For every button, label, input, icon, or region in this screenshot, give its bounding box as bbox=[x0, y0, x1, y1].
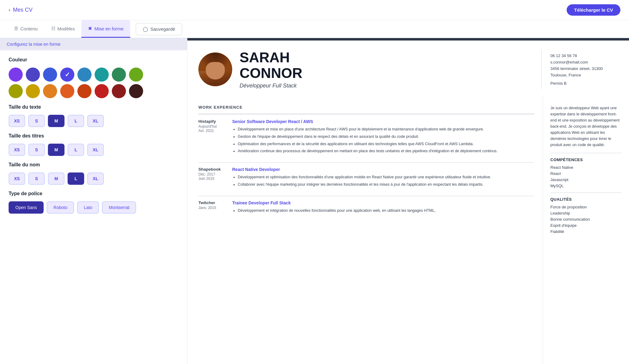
job-content-1: Senior Software Developer React / AWS Dé… bbox=[232, 119, 534, 156]
color-swatch-red[interactable] bbox=[95, 84, 109, 98]
qualites-title: QUALITÉS bbox=[550, 197, 622, 202]
color-swatch-green[interactable] bbox=[112, 68, 126, 82]
text-size-m[interactable]: M bbox=[48, 115, 64, 127]
color-swatch-gold[interactable] bbox=[26, 84, 40, 98]
side-divider-1 bbox=[550, 153, 622, 153]
job-entry-1: Histapify Aujourd'hui Avr. 2021 Senior S… bbox=[198, 119, 534, 156]
job-bullets-3: Développement et intégration de nouvelle… bbox=[232, 208, 534, 214]
name-size-s[interactable]: S bbox=[28, 172, 45, 185]
cv-city: Toulouse, France bbox=[550, 73, 618, 77]
bullet-1-3: Optimisation des performances et de la s… bbox=[238, 141, 534, 147]
color-swatch-blue[interactable] bbox=[77, 68, 92, 82]
cv-side: Je suis un développeur Web ayant une exp… bbox=[543, 96, 629, 364]
name-size-m[interactable]: M bbox=[48, 172, 64, 185]
color-swatch-orange-light[interactable] bbox=[43, 84, 57, 98]
color-swatch-indigo[interactable] bbox=[60, 68, 74, 82]
date-1: Aujourd'hui Avr. 2021 bbox=[198, 124, 226, 133]
color-swatch-indigo-dark[interactable] bbox=[26, 68, 40, 82]
bullet-3-1: Développement et intégration de nouvelle… bbox=[238, 208, 534, 214]
name-size-row: XS S M L XL bbox=[9, 172, 178, 185]
name-size-xs[interactable]: XS bbox=[9, 172, 25, 185]
tab-mise-en-forme[interactable]: ✖ Mise en forme bbox=[81, 20, 130, 38]
tab-contenu[interactable]: ☰ Contenu bbox=[7, 20, 45, 38]
job-content-2: React Native Developer Développement et … bbox=[232, 167, 534, 189]
tab-sauvegarde[interactable]: ◯ Sauvegardé bbox=[136, 23, 182, 35]
title-size-s[interactable]: S bbox=[28, 144, 45, 156]
color-swatch-lime[interactable] bbox=[129, 68, 143, 82]
color-row-1 bbox=[9, 68, 178, 82]
job-entry-2: Shapebook Déc. 2017 Juin 2015 React Nati… bbox=[198, 167, 534, 189]
cv-body: WORK EXPERIENCE Histapify Aujourd'hui Av… bbox=[187, 96, 629, 364]
title-size-m[interactable]: M bbox=[48, 144, 64, 156]
color-swatch-maroon[interactable] bbox=[129, 84, 143, 98]
font-row: Open Sans Roboto Lato Montserrat bbox=[9, 201, 178, 214]
color-swatch-dark-red[interactable] bbox=[112, 84, 126, 98]
job-dates-1: Histapify Aujourd'hui Avr. 2021 bbox=[198, 119, 226, 156]
tab-mise-en-forme-label: Mise en forme bbox=[94, 26, 123, 31]
quality-1: Force de proposition bbox=[550, 205, 622, 209]
company-1: Histapify bbox=[198, 119, 226, 124]
text-size-title: Taille du texte bbox=[9, 104, 178, 110]
company-2: Shapebook bbox=[198, 167, 226, 172]
cv-header: SARAH CONNOR Développeur Full Stack 06 1… bbox=[187, 41, 629, 96]
job-content-3: Trainee Developer Full Stack Développeme… bbox=[232, 200, 534, 215]
cv-name-block: SARAH CONNOR Développeur Full Stack bbox=[240, 50, 302, 89]
font-open-sans[interactable]: Open Sans bbox=[9, 201, 44, 214]
job-sep-2 bbox=[198, 196, 534, 196]
save-icon: ◯ bbox=[143, 26, 148, 32]
cv-bio: Je suis un développeur Web ayant une exp… bbox=[550, 105, 622, 148]
job-sep-1 bbox=[198, 162, 534, 163]
left-panel: Configurez la mise en forme Couleur bbox=[0, 38, 187, 364]
text-size-xs[interactable]: XS bbox=[9, 115, 25, 127]
download-button[interactable]: Télécharger le CV bbox=[567, 4, 620, 16]
color-swatch-orange[interactable] bbox=[60, 84, 74, 98]
skill-mysql: MySQL bbox=[550, 184, 622, 188]
name-size-l[interactable]: L bbox=[68, 172, 84, 185]
company-3: Twitcher bbox=[198, 200, 226, 205]
color-swatch-red-orange[interactable] bbox=[77, 84, 92, 98]
color-swatch-teal[interactable] bbox=[95, 68, 109, 82]
title-size-xl[interactable]: XL bbox=[87, 144, 104, 156]
tab-sauvegarde-label: Sauvegardé bbox=[150, 26, 175, 32]
text-size-l[interactable]: L bbox=[68, 115, 84, 127]
tab-modeles-label: Modèles bbox=[57, 26, 75, 31]
cv-email: s.connor@email.com bbox=[550, 60, 618, 64]
font-type-title: Type de police bbox=[9, 191, 178, 196]
side-divider-2 bbox=[550, 192, 622, 193]
quality-3: Bonne communication bbox=[550, 217, 622, 222]
job-dates-2: Shapebook Déc. 2017 Juin 2015 bbox=[198, 167, 226, 189]
cv-contact: 06 12 34 56 78 s.connor@email.com 3456 t… bbox=[550, 50, 618, 89]
job-entry-3: Twitcher Janv. 2015 Trainee Developer Fu… bbox=[198, 200, 534, 215]
title-size-xs[interactable]: XS bbox=[9, 144, 25, 156]
job-dates-3: Twitcher Janv. 2015 bbox=[198, 200, 226, 215]
work-divider bbox=[198, 114, 534, 114]
title-size-row: XS S M L XL bbox=[9, 144, 178, 156]
text-size-xl[interactable]: XL bbox=[87, 115, 104, 127]
name-size-xl[interactable]: XL bbox=[87, 172, 104, 185]
text-size-s[interactable]: S bbox=[28, 115, 45, 127]
bullet-1-1: Développement et mise en place d'une arc… bbox=[238, 126, 534, 132]
cv-name-line1: SARAH bbox=[240, 50, 302, 65]
avatar-face bbox=[206, 62, 225, 79]
title-size-title: Taille des titres bbox=[9, 133, 178, 139]
color-row-2 bbox=[9, 84, 178, 98]
cv-permis: Permis B bbox=[550, 81, 618, 86]
tab-modeles[interactable]: ☷ Modèles bbox=[45, 20, 82, 38]
color-swatch-olive[interactable] bbox=[9, 84, 23, 98]
job-title-3: Trainee Developer Full Stack bbox=[232, 200, 534, 205]
quality-4: Esprit d'équipe bbox=[550, 223, 622, 228]
font-lato[interactable]: Lato bbox=[77, 201, 99, 214]
back-nav[interactable]: ‹ Mes CV bbox=[9, 7, 33, 13]
cv-header-divider bbox=[541, 50, 542, 89]
color-swatch-purple[interactable] bbox=[9, 68, 23, 82]
font-montserrat[interactable]: Montserrat bbox=[102, 201, 136, 214]
main-layout: Configurez la mise en forme Couleur bbox=[0, 38, 629, 364]
bullet-1-2: Gestion de l'équipe de développement dan… bbox=[238, 134, 534, 140]
date-2: Déc. 2017 Juin 2015 bbox=[198, 172, 226, 181]
cv-header-left: SARAH CONNOR Développeur Full Stack bbox=[198, 50, 533, 89]
nav-back-label: Mes CV bbox=[13, 7, 33, 13]
title-size-l[interactable]: L bbox=[68, 144, 84, 156]
font-roboto[interactable]: Roboto bbox=[47, 201, 74, 214]
cv-document: SARAH CONNOR Développeur Full Stack 06 1… bbox=[187, 38, 629, 364]
color-swatch-blue-indigo[interactable] bbox=[43, 68, 57, 82]
